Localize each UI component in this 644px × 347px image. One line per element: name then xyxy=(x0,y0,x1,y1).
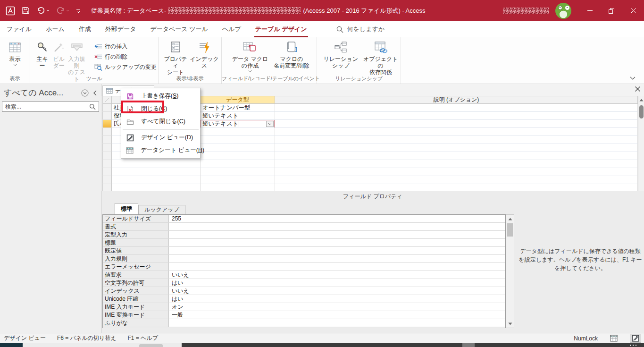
data-type-cell[interactable] xyxy=(201,136,275,144)
data-type-cell[interactable] xyxy=(201,144,275,152)
menu-item-5[interactable]: データシート ビュー(H) xyxy=(121,144,200,157)
primary-key-button[interactable]: 主キー xyxy=(34,39,50,69)
description-cell[interactable] xyxy=(275,112,638,120)
access-app-icon[interactable] xyxy=(6,5,15,17)
redo-button[interactable] xyxy=(56,5,69,17)
row-selector[interactable] xyxy=(102,176,112,184)
grid-vertical-scrollbar[interactable] xyxy=(638,96,644,191)
property-value[interactable]: いいえ xyxy=(169,271,505,279)
design-view-button[interactable] xyxy=(630,334,641,343)
description-cell[interactable] xyxy=(275,120,638,128)
menu-item-2[interactable]: すべて閉じる(C) xyxy=(121,115,200,128)
data-type-cell[interactable]: 短いテキスト xyxy=(201,112,275,120)
property-label[interactable]: フィールドサイズ xyxy=(103,215,169,222)
row-selector[interactable] xyxy=(102,120,112,128)
field-name-cell[interactable] xyxy=(112,176,201,184)
row-selector[interactable] xyxy=(102,160,112,168)
scroll-down-icon[interactable] xyxy=(506,320,514,327)
property-tab-0[interactable]: 標準 xyxy=(115,203,138,214)
property-value[interactable] xyxy=(169,231,505,238)
row-selector[interactable] xyxy=(102,128,112,136)
property-value[interactable] xyxy=(169,319,505,327)
delete-rows-button[interactable]: 行の削除 xyxy=(93,51,158,62)
property-label[interactable]: インデックス xyxy=(103,287,169,295)
data-type-cell[interactable] xyxy=(201,152,275,160)
field-name-cell[interactable] xyxy=(112,168,201,176)
restore-button[interactable] xyxy=(601,0,622,21)
property-label[interactable]: 既定値 xyxy=(103,247,169,254)
property-label[interactable]: エラーメッセージ xyxy=(103,263,169,271)
property-value[interactable]: はい xyxy=(169,295,505,303)
row-selector[interactable] xyxy=(102,136,112,144)
property-sheet-button[interactable]: プロパティ シート xyxy=(161,39,190,76)
property-label[interactable]: IME 入力モード xyxy=(103,303,169,311)
nav-pane-menu-icon[interactable] xyxy=(81,89,89,97)
ribbon-tab-5[interactable]: ヘルプ xyxy=(221,21,242,37)
ribbon-tab-3[interactable]: 外部データ xyxy=(104,21,137,37)
indexes-button[interactable]: インデックス xyxy=(190,39,219,69)
property-value[interactable] xyxy=(169,255,505,262)
object-dependencies-button[interactable]: オブジェクトの 依存関係 xyxy=(361,39,401,76)
view-button[interactable]: 表示 xyxy=(8,39,21,66)
ribbon-tab-6[interactable]: テーブル デザイン xyxy=(254,21,308,37)
ribbon-tab-4[interactable]: データベース ツール xyxy=(149,21,209,37)
modify-lookups-button[interactable]: ルックアップの変更 xyxy=(93,62,158,72)
field-name-cell[interactable] xyxy=(112,160,201,168)
save-icon[interactable] xyxy=(22,5,30,17)
row-selector[interactable] xyxy=(102,112,112,120)
row-selector[interactable] xyxy=(102,144,112,152)
ribbon-tab-1[interactable]: ホーム xyxy=(45,21,66,37)
property-value[interactable] xyxy=(169,239,505,246)
property-label[interactable]: 値要求 xyxy=(103,271,169,279)
account-avatar[interactable] xyxy=(555,3,571,19)
qat-customize-button[interactable] xyxy=(76,5,81,17)
description-cell[interactable] xyxy=(275,128,638,136)
property-label[interactable]: IME 変換モード xyxy=(103,311,169,319)
insert-rows-button[interactable]: 行の挿入 xyxy=(93,41,158,51)
property-label[interactable]: ふりがな xyxy=(103,319,169,327)
property-label[interactable]: 空文字列の許可 xyxy=(103,279,169,287)
row-selector[interactable] xyxy=(102,152,112,160)
data-type-combo[interactable]: 短いテキスト xyxy=(201,120,275,128)
nav-search-input[interactable]: 検索... xyxy=(2,102,99,112)
description-header[interactable]: 説明 (オプション) xyxy=(275,96,638,104)
builder-button[interactable]: ビルダー xyxy=(50,39,67,69)
scroll-up-icon[interactable] xyxy=(638,97,644,103)
combo-dropdown-button[interactable] xyxy=(266,121,274,127)
property-tab-1[interactable]: ルックアップ xyxy=(138,205,185,214)
data-type-cell[interactable] xyxy=(201,176,275,184)
rename-delete-macro-button[interactable]: マクロの 名前変更/削除 xyxy=(269,39,314,69)
row-selector[interactable] xyxy=(102,104,112,112)
description-cell[interactable] xyxy=(275,136,638,144)
description-cell[interactable] xyxy=(275,104,638,112)
property-label[interactable]: 入力規則 xyxy=(103,255,169,262)
close-button[interactable] xyxy=(622,0,644,21)
property-value[interactable]: いいえ xyxy=(169,287,505,295)
description-cell[interactable] xyxy=(275,144,638,152)
collapse-ribbon-button[interactable] xyxy=(630,76,636,80)
properties-scrollbar[interactable] xyxy=(506,214,514,328)
property-value[interactable]: 一般 xyxy=(169,311,505,319)
ribbon-tab-2[interactable]: 作成 xyxy=(78,21,92,37)
datasheet-view-button[interactable] xyxy=(608,334,619,343)
relationships-button[interactable]: リレーションシップ xyxy=(321,39,361,69)
data-type-header[interactable]: データ型 xyxy=(201,96,275,104)
property-value[interactable] xyxy=(169,223,505,230)
property-value[interactable]: はい xyxy=(169,279,505,287)
property-value[interactable]: オン xyxy=(169,303,505,311)
create-data-macros-button[interactable]: データ マクロ の作成 xyxy=(231,39,269,72)
property-value[interactable]: 255 xyxy=(169,215,505,222)
nav-pane-collapse-icon[interactable] xyxy=(92,90,97,96)
data-type-cell[interactable]: オートナンバー型 xyxy=(201,104,275,112)
property-label[interactable]: 標題 xyxy=(103,239,169,246)
data-type-cell[interactable] xyxy=(201,160,275,168)
data-type-cell[interactable]: 短いテキスト xyxy=(201,120,275,128)
description-cell[interactable] xyxy=(275,152,638,160)
scroll-up-icon[interactable] xyxy=(506,215,514,222)
property-label[interactable]: 書式 xyxy=(103,223,169,230)
property-value[interactable] xyxy=(169,247,505,254)
property-label[interactable]: Unicode 圧縮 xyxy=(103,295,169,303)
scrollbar-thumb[interactable] xyxy=(639,105,644,118)
tell-me-search[interactable]: 何をしますか xyxy=(336,21,385,37)
menu-item-4[interactable]: デザイン ビュー(D) xyxy=(121,131,200,144)
